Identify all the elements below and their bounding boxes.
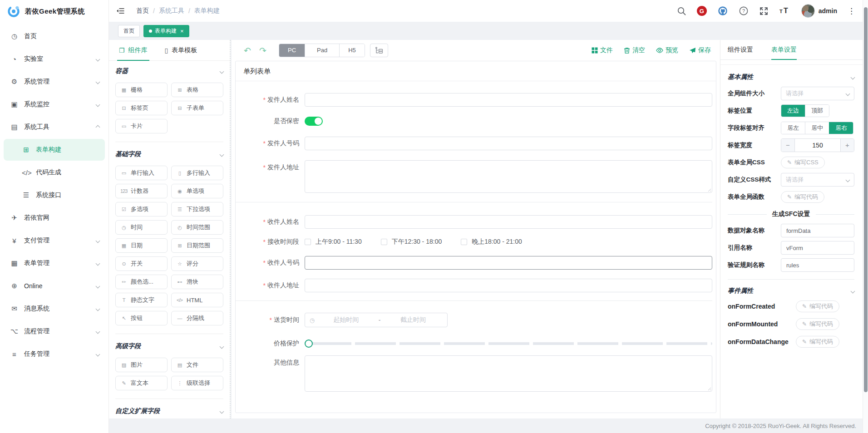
device-h5[interactable]: H5 (339, 44, 365, 57)
widget-item[interactable]: ⋮ 级联选择 (171, 376, 223, 390)
custom-css-select[interactable]: 请选择 (781, 173, 854, 187)
sidebar-item[interactable]: ☰ 系统接口 (4, 184, 105, 206)
receiver-address-input[interactable] (305, 279, 712, 292)
breadcrumb-system-tools[interactable]: 系统工具 (159, 7, 184, 15)
widget-item[interactable]: ☆ 评分 (171, 256, 223, 271)
widget-item[interactable]: </> HTML (171, 293, 223, 307)
label-pos-left[interactable]: 左边 (781, 105, 805, 117)
write-code-button[interactable]: ✎ 编写代码 (796, 336, 839, 348)
widget-item[interactable]: ▭ 卡片 (115, 119, 168, 133)
sidebar-item[interactable]: </> 代码生成 (4, 162, 105, 183)
align-center[interactable]: 居中 (805, 122, 829, 134)
slider-handle[interactable] (305, 340, 313, 348)
widget-item[interactable]: ▯ 多行输入 (171, 166, 223, 180)
sidebar-item[interactable]: ⊞ 表单构建 (4, 139, 105, 161)
widget-item[interactable]: 123 计数器 (115, 184, 168, 198)
sidebar-item[interactable]: ▤ 系统工具 (4, 116, 105, 138)
widget-item[interactable]: ◉ 单选项 (171, 184, 223, 198)
align-right[interactable]: 居右 (829, 122, 853, 134)
widget-item[interactable]: ▨ 图片 (115, 358, 168, 372)
write-code-button[interactable]: ✎ 编写代码 (796, 300, 839, 312)
decrease-button[interactable]: − (781, 139, 795, 152)
app-logo[interactable]: 若依Geek管理系统 (0, 0, 108, 23)
outline-tree-button[interactable] (370, 44, 388, 57)
label-width-value[interactable]: 150 (795, 139, 840, 152)
widget-item[interactable]: ▦ 栅格 (115, 83, 168, 97)
checkbox-option[interactable]: 下午12:30 - 18:00 (381, 238, 442, 246)
tab-form-templates[interactable]: ▯ 表单模板 (165, 40, 197, 60)
sidebar-item[interactable]: ≡ 任务管理 (4, 343, 105, 365)
widget-item[interactable]: ⊙ 开关 (115, 256, 168, 271)
tab-form-settings[interactable]: 表单设置 (771, 40, 797, 59)
close-icon[interactable]: × (180, 28, 184, 34)
write-css-button[interactable]: ✎ 编写CSS (781, 157, 825, 168)
fullscreen-icon[interactable] (759, 6, 769, 16)
scrollbar-thumb[interactable] (864, 7, 868, 392)
sidebar-item[interactable]: ⌥ 流程管理 (4, 320, 105, 342)
widget-item[interactable]: ☰ 下拉选项 (171, 202, 223, 216)
device-pad[interactable]: Pad (305, 44, 339, 57)
redo-icon[interactable]: ↷ (255, 45, 271, 56)
device-pc[interactable]: PC (279, 44, 305, 57)
user-menu[interactable]: admin (801, 4, 837, 18)
sidebar-item[interactable]: ◷ 首页 (4, 25, 105, 47)
gitee-icon[interactable]: G (697, 6, 707, 16)
text-input[interactable]: vForm (781, 241, 854, 255)
widget-item[interactable]: ◴ 时间范围 (171, 220, 223, 235)
sidebar-fold-icon[interactable] (116, 6, 125, 15)
widget-item[interactable]: ⊷ 滑块 (171, 275, 223, 289)
widget-item[interactable]: ⊟ 子表单 (171, 101, 223, 115)
search-icon[interactable] (677, 6, 686, 16)
text-input[interactable]: formData (781, 224, 854, 237)
font-size-icon[interactable]: TT (779, 6, 791, 15)
widget-item[interactable]: ✏ 颜色选... (115, 275, 168, 289)
clear-button[interactable]: 清空 (624, 46, 645, 54)
preview-button[interactable]: 预览 (656, 46, 678, 54)
widget-item[interactable]: — 分隔线 (171, 311, 223, 325)
widget-item[interactable]: ◷ 时间 (115, 220, 168, 235)
widget-item[interactable]: T 静态文字 (115, 293, 168, 307)
sidebar-item[interactable]: ✈ 若依官网 (4, 207, 105, 229)
tag-form-build[interactable]: 表单构建 × (143, 25, 189, 37)
widget-item[interactable]: ✎ 富文本 (115, 376, 168, 390)
section-header[interactable]: 容器 (115, 65, 223, 77)
receiver-phone-input[interactable] (305, 256, 712, 270)
global-size-select[interactable]: 请选择 (781, 87, 854, 100)
sidebar-item[interactable]: ¥ 支付管理 (4, 230, 105, 251)
widget-item[interactable]: ⊡ 标签页 (115, 101, 168, 115)
widget-item[interactable]: ▭ 单行输入 (115, 166, 168, 180)
widget-item[interactable]: ☑ 多选项 (115, 202, 168, 216)
align-left[interactable]: 居左 (781, 122, 805, 134)
section-header[interactable]: 基础字段 (115, 148, 223, 160)
tab-component-library[interactable]: ❐ 组件库 (119, 40, 148, 60)
sidebar-item[interactable]: ⚙ 系统管理 (4, 71, 105, 93)
sender-phone-input[interactable] (305, 137, 712, 150)
increase-button[interactable]: + (840, 139, 854, 152)
widget-item[interactable]: ⊞ 表格 (171, 83, 223, 97)
checkbox-option[interactable]: 晚上18:00 - 21:00 (461, 238, 522, 246)
section-header[interactable]: 高级字段 (115, 340, 223, 352)
widget-item[interactable]: ▤ 文件 (171, 358, 223, 372)
widget-item[interactable]: ⊞ 日期范围 (171, 238, 223, 253)
sidebar-item[interactable]: ✉ 消息系统 (4, 298, 105, 320)
sidebar-item[interactable]: ▣ 系统监控 (4, 93, 105, 115)
other-info-textarea[interactable] (305, 355, 712, 392)
undo-icon[interactable]: ↶ (240, 45, 255, 56)
breadcrumb-home[interactable]: 首页 (136, 7, 149, 15)
help-icon[interactable]: ? (739, 6, 749, 16)
write-code-button[interactable]: ✎ 编写代码 (796, 318, 839, 330)
sender-address-textarea[interactable] (305, 160, 712, 193)
receiver-name-input[interactable] (305, 215, 712, 229)
github-icon[interactable] (717, 5, 728, 16)
time-range-picker[interactable]: ◷ 起始时间 - 截止时间 (305, 313, 448, 327)
sidebar-item[interactable]: ▦ 表单管理 (4, 252, 105, 274)
sender-name-input[interactable] (305, 93, 712, 107)
secret-toggle[interactable] (305, 117, 323, 126)
more-icon[interactable]: ⋮ (848, 7, 855, 15)
file-button[interactable]: 文件 (592, 46, 613, 54)
slider-rail[interactable] (311, 342, 712, 345)
widget-item[interactable]: ↖ 按钮 (115, 311, 168, 325)
section-header[interactable]: 自定义扩展字段 (115, 405, 223, 417)
tab-component-settings[interactable]: 组件设置 (728, 40, 753, 59)
sidebar-item[interactable]: ◔ 实验室 (4, 48, 105, 70)
